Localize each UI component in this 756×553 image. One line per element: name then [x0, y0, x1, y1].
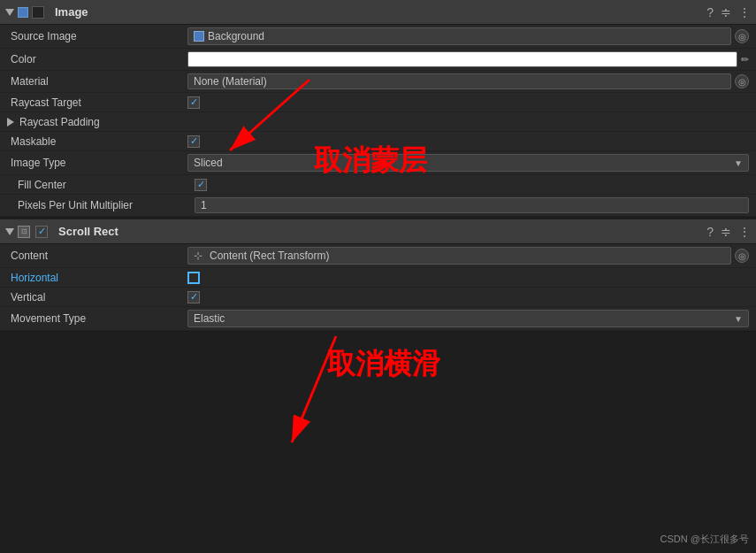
source-image-value: Background ◎	[187, 27, 749, 45]
image-type-label: Image Type	[11, 157, 187, 169]
maskable-row: Maskable	[0, 132, 756, 151]
scroll-rect-collapse-arrow[interactable]	[5, 228, 14, 235]
content-value: ⊹ Content (Rect Transform) ◎	[187, 247, 749, 265]
pixels-per-unit-label: Pixels Per Unit Multiplier	[18, 199, 195, 211]
color-value: ✏	[187, 51, 749, 67]
movement-type-row: Movement Type Elastic ▼	[0, 307, 756, 331]
fill-center-row: Fill Center	[0, 175, 756, 195]
color-field[interactable]	[187, 51, 737, 67]
scroll-rect-settings-icon[interactable]: ≑	[721, 225, 731, 239]
scroll-rect-panel: ⊡ Scroll Rect ? ≑ ⋮ Content ⊹ Content (R…	[0, 219, 756, 332]
image-settings-icon[interactable]: ≑	[721, 5, 731, 19]
svg-line-3	[292, 336, 336, 442]
image-icon	[18, 7, 28, 18]
image-panel-title: Image	[50, 0, 94, 25]
vertical-row: Vertical	[0, 288, 756, 307]
scroll-rect-help-icon[interactable]: ?	[706, 225, 714, 239]
movement-type-value: Elastic ▼	[187, 310, 749, 327]
scroll-rect-icon: ⊡	[18, 226, 30, 238]
content-move-icon: ⊹	[194, 250, 202, 262]
content-picker[interactable]: ◎	[735, 249, 749, 263]
scroll-rect-enabled-checkbox[interactable]	[35, 226, 48, 238]
image-panel: Image ? ≑ ⋮ Source Image Background ◎ Co…	[0, 0, 756, 218]
color-label: Color	[11, 53, 187, 65]
material-row: Material None (Material) ◎	[0, 71, 756, 93]
pixels-per-unit-value: 1	[195, 197, 749, 213]
source-image-field[interactable]: Background	[187, 27, 731, 45]
source-image-text: Background	[208, 30, 264, 42]
image-color-swatch[interactable]	[32, 6, 44, 19]
content-text: Content (Rect Transform)	[210, 250, 329, 262]
pixels-per-unit-field[interactable]: 1	[195, 197, 749, 213]
raycast-target-value	[187, 96, 749, 109]
raycast-target-label: Raycast Target	[11, 96, 187, 109]
vertical-label: Vertical	[11, 291, 187, 303]
image-type-row: Image Type Sliced ▼	[0, 151, 756, 175]
horizontal-checkbox[interactable]	[187, 272, 200, 284]
fill-center-value	[195, 179, 749, 191]
annotation-text-2: 取消横滑	[327, 345, 440, 384]
movement-type-label: Movement Type	[11, 312, 187, 325]
material-text: None (Material)	[194, 75, 267, 88]
image-type-value: Sliced ▼	[187, 154, 749, 172]
fill-center-label: Fill Center	[18, 179, 195, 191]
material-field[interactable]: None (Material)	[187, 73, 731, 89]
source-image-label: Source Image	[11, 30, 187, 42]
image-help-icon[interactable]: ?	[706, 5, 714, 19]
scroll-rect-menu-icon[interactable]: ⋮	[738, 225, 751, 239]
raycast-padding-label[interactable]: Raycast Padding	[19, 116, 196, 128]
image-collapse-arrow[interactable]	[5, 9, 14, 16]
maskable-label: Maskable	[11, 135, 187, 148]
movement-type-text: Elastic	[194, 312, 225, 325]
image-type-text: Sliced	[194, 157, 223, 169]
watermark: CSDN @长江很多号	[661, 533, 749, 546]
raycast-padding-row: Raycast Padding	[0, 112, 756, 132]
vertical-checkbox[interactable]	[187, 291, 200, 303]
movement-type-dropdown-arrow: ▼	[734, 314, 743, 324]
pixels-per-unit-text: 1	[201, 199, 207, 211]
image-panel-header: Image ? ≑ ⋮	[0, 0, 756, 25]
horizontal-label: Horizontal	[11, 272, 187, 284]
material-label: Material	[11, 75, 187, 88]
source-image-row: Source Image Background ◎	[0, 25, 756, 49]
source-image-picker[interactable]: ◎	[735, 29, 749, 43]
scroll-rect-panel-header: ⊡ Scroll Rect ? ≑ ⋮	[0, 219, 756, 244]
pixels-per-unit-row: Pixels Per Unit Multiplier 1	[0, 195, 756, 217]
material-picker[interactable]: ◎	[735, 74, 749, 88]
maskable-value	[187, 135, 749, 148]
scroll-rect-panel-title: Scroll Rect	[53, 219, 124, 244]
fill-center-checkbox[interactable]	[195, 179, 207, 191]
image-type-dropdown[interactable]: Sliced ▼	[187, 154, 749, 172]
color-row: Color ✏	[0, 49, 756, 71]
source-image-thumbnail	[194, 31, 204, 42]
image-header-icons: ? ≑ ⋮	[706, 5, 751, 19]
maskable-checkbox[interactable]	[187, 135, 200, 148]
content-row: Content ⊹ Content (Rect Transform) ◎	[0, 244, 756, 268]
content-field[interactable]: ⊹ Content (Rect Transform)	[187, 247, 731, 265]
image-menu-icon[interactable]: ⋮	[738, 5, 751, 19]
content-label: Content	[11, 250, 187, 262]
raycast-target-row: Raycast Target	[0, 93, 756, 112]
annotation-arrow-2	[177, 319, 442, 540]
movement-type-dropdown[interactable]: Elastic ▼	[187, 310, 749, 327]
scroll-rect-header-icons: ? ≑ ⋮	[706, 225, 751, 239]
horizontal-row: Horizontal	[0, 268, 756, 288]
color-eyedropper-icon[interactable]: ✏	[741, 54, 749, 65]
raycast-target-checkbox[interactable]	[187, 96, 200, 109]
raycast-padding-expand-icon[interactable]	[7, 118, 14, 127]
vertical-value	[187, 291, 749, 303]
image-type-dropdown-arrow: ▼	[734, 158, 743, 168]
horizontal-value	[187, 272, 749, 284]
material-value: None (Material) ◎	[187, 73, 749, 89]
